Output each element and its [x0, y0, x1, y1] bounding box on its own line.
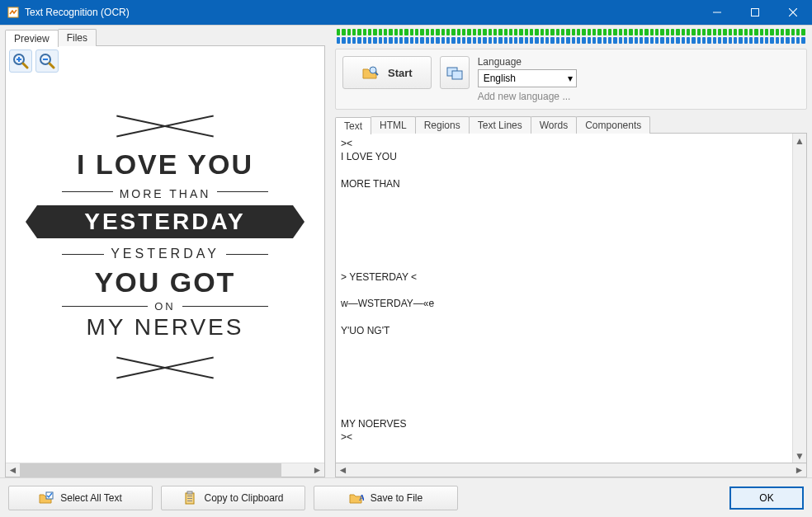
svg-rect-19 — [187, 496, 192, 496]
save-to-file-button[interactable]: A Save to File — [314, 486, 458, 510]
scroll-left-icon[interactable]: ◄ — [336, 463, 350, 477]
svg-rect-20 — [187, 498, 192, 499]
img-line-1: I LOVE YOU — [12, 148, 318, 181]
footer: Select All Text Copy to Clipboard A Save… — [0, 477, 812, 517]
right-pane: Start Language English ▾ Add new languag… — [330, 26, 812, 477]
scroll-left-icon[interactable]: ◄ — [6, 463, 20, 477]
clipboard-icon — [182, 491, 197, 505]
scroll-up-icon[interactable]: ▲ — [793, 134, 806, 148]
tab-words[interactable]: Words — [531, 116, 577, 134]
left-pane: Preview Files — [0, 26, 330, 477]
preview-image: I LOVE YOU MORE THAN YESTERDAY YESTERDAY… — [12, 109, 318, 383]
window-title: Text Recognition (OCR) — [25, 7, 130, 18]
scroll-right-icon[interactable]: ► — [792, 463, 806, 477]
ocr-text-output[interactable]: >< I LOVE YOU MORE THAN > YESTERDAY < w—… — [336, 134, 792, 463]
zoom-in-button[interactable] — [9, 49, 32, 73]
select-all-label: Select All Text — [60, 492, 121, 504]
svg-rect-2 — [752, 9, 759, 16]
svg-line-10 — [50, 63, 54, 68]
start-button[interactable]: Start — [342, 56, 432, 89]
result-tabs: Text HTML Regions Text Lines Words Compo… — [335, 116, 807, 134]
scroll-thumb[interactable] — [20, 463, 281, 477]
window-layout-button[interactable] — [440, 56, 470, 89]
maximize-button[interactable] — [736, 0, 774, 25]
control-row: Start Language English ▾ Add new languag… — [335, 49, 807, 110]
tab-components[interactable]: Components — [576, 116, 650, 134]
svg-text:A: A — [359, 493, 364, 502]
preview-panel: I LOVE YOU MORE THAN YESTERDAY YESTERDAY… — [5, 45, 325, 477]
scroll-down-icon[interactable]: ▼ — [793, 449, 806, 463]
tab-preview[interactable]: Preview — [5, 30, 59, 47]
svg-rect-21 — [187, 501, 192, 501]
divider: YESTERDAY — [62, 243, 268, 265]
img-line-nerves: MY NERVES — [12, 314, 318, 341]
divider: MORE THAN — [62, 182, 268, 200]
result-vscrollbar[interactable]: ▲ ▼ — [792, 134, 806, 463]
add-language-link[interactable]: Add new language ... — [478, 91, 577, 102]
main-area: Preview Files — [0, 25, 812, 477]
folder-search-icon — [361, 63, 380, 82]
result-panel: >< I LOVE YOU MORE THAN > YESTERDAY < w—… — [335, 133, 807, 463]
titlebar: Text Recognition (OCR) — [0, 0, 812, 25]
tab-files[interactable]: Files — [58, 29, 97, 46]
preview-image-area[interactable]: I LOVE YOU MORE THAN YESTERDAY YESTERDAY… — [6, 76, 324, 463]
minimize-button[interactable] — [698, 0, 736, 25]
select-all-text-button[interactable]: Select All Text — [8, 486, 153, 510]
language-label: Language — [478, 56, 577, 68]
svg-line-6 — [23, 63, 27, 68]
img-line-yougot: YOU GOT — [12, 266, 318, 298]
preview-toolbar — [6, 46, 324, 76]
preview-hscrollbar[interactable]: ◄ ► — [6, 463, 324, 477]
language-select[interactable]: English ▾ — [478, 69, 577, 87]
tab-regions[interactable]: Regions — [415, 116, 470, 134]
ok-button[interactable]: OK — [729, 486, 804, 510]
arrows-top-icon — [116, 109, 215, 142]
left-tabs: Preview Files — [5, 29, 325, 46]
folder-check-icon — [39, 491, 54, 505]
copy-label: Copy to Clipboard — [204, 492, 283, 504]
chevron-down-icon: ▾ — [568, 73, 573, 84]
img-banner: YESTERDAY — [37, 205, 293, 238]
folder-a-icon: A — [349, 491, 364, 505]
language-value: English — [484, 73, 516, 84]
save-label: Save to File — [371, 492, 423, 504]
progress-bar-1 — [335, 29, 807, 35]
tab-textlines[interactable]: Text Lines — [469, 116, 531, 134]
arrows-bottom-icon — [116, 350, 215, 383]
scroll-right-icon[interactable]: ► — [310, 463, 324, 477]
start-label: Start — [388, 67, 413, 79]
divider: ON — [62, 300, 268, 313]
copy-to-clipboard-button[interactable]: Copy to Clipboard — [161, 486, 305, 510]
progress-bar-2 — [335, 37, 807, 44]
tab-text[interactable]: Text — [335, 117, 371, 134]
svg-point-12 — [370, 67, 376, 73]
tab-html[interactable]: HTML — [371, 116, 416, 134]
svg-rect-15 — [452, 71, 462, 79]
result-hscrollbar[interactable]: ◄ ► — [335, 463, 807, 477]
window-icon — [446, 64, 463, 81]
zoom-out-button[interactable] — [35, 49, 59, 73]
svg-rect-18 — [187, 491, 192, 494]
app-icon — [7, 6, 20, 19]
language-block: Language English ▾ Add new language ... — [478, 56, 577, 102]
close-button[interactable] — [774, 0, 812, 25]
